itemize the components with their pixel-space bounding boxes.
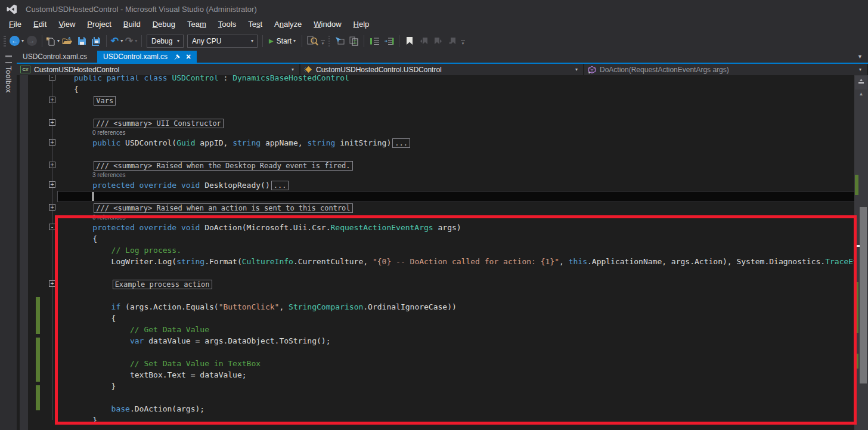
- copy-lines-button[interactable]: [347, 33, 360, 49]
- navigate-forward-button[interactable]: →: [25, 33, 38, 49]
- code-line[interactable]: [74, 106, 868, 117]
- code-line[interactable]: /// <summary> Raised when the Desktop Re…: [74, 160, 868, 171]
- chevron-down-icon[interactable]: ▾: [21, 38, 24, 44]
- menu-item-debug[interactable]: Debug: [147, 18, 181, 31]
- new-file-icon: [46, 36, 55, 46]
- open-file-button[interactable]: [61, 33, 74, 49]
- redo-button[interactable]: ↷▾: [125, 33, 138, 49]
- navigate-back-button[interactable]: ←▾: [10, 33, 24, 49]
- chevron-down-icon: ▾: [247, 38, 257, 44]
- save-all-button[interactable]: [89, 33, 103, 49]
- collapsed-region[interactable]: ...: [271, 181, 289, 190]
- menu-item-edit[interactable]: Edit: [27, 18, 52, 31]
- undo-button[interactable]: ↶▾: [110, 33, 123, 49]
- scroll-up-arrow[interactable]: ▲: [854, 91, 868, 97]
- collapsed-region[interactable]: /// <summary> Raised when an action is s…: [94, 203, 352, 213]
- collapsed-region[interactable]: Vars: [94, 96, 116, 106]
- find-in-files-button[interactable]: [306, 33, 319, 49]
- toolbar-separator: [106, 35, 107, 47]
- code-editor[interactable]: public partial class USDControl : Dynami…: [17, 75, 868, 430]
- fold-expand-icon[interactable]: +: [49, 204, 55, 211]
- collapsed-region[interactable]: /// <summary> UII Constructor: [94, 119, 224, 128]
- previous-bookmark-button[interactable]: [417, 33, 430, 49]
- tab-overflow-button[interactable]: ▼: [857, 51, 868, 63]
- collapsed-region[interactable]: ...: [392, 138, 410, 148]
- pin-tab-button[interactable]: [174, 54, 181, 60]
- fold-expand-icon[interactable]: +: [49, 181, 55, 188]
- configuration-value: Debug: [151, 37, 172, 45]
- navigation-bar: C# CustomUSDHostedControl ▾ CustomUSDHos…: [17, 64, 868, 75]
- find-in-files-icon: [307, 36, 318, 46]
- toolbar-separator: [399, 35, 399, 47]
- scrollbar-change-mark: [855, 175, 858, 195]
- chevron-down-icon[interactable]: ▾: [293, 38, 296, 44]
- visual-studio-logo-icon: [6, 4, 18, 15]
- fold-collapse-icon[interactable]: -: [49, 75, 55, 81]
- close-tab-button[interactable]: ×: [186, 51, 191, 62]
- increase-indent-button[interactable]: [382, 33, 395, 49]
- code-line[interactable]: /// <summary> UII Constructor+: [74, 117, 868, 129]
- code-line[interactable]: protected override void DesktopReady()..…: [74, 180, 868, 191]
- decrease-indent-icon: [370, 37, 380, 45]
- new-file-button[interactable]: ▾: [46, 33, 60, 49]
- project-name: CustomUSDHostedControl: [34, 66, 119, 74]
- chevron-down-icon: ▾: [859, 67, 867, 72]
- collapsed-region[interactable]: /// <summary> Raised when the Desktop Re…: [94, 161, 352, 171]
- code-line[interactable]: public USDControl(Guid appID, string app…: [74, 137, 868, 149]
- menu-item-test[interactable]: Test: [242, 18, 268, 31]
- menu-item-build[interactable]: Build: [117, 18, 147, 31]
- clear-bookmarks-button[interactable]: [446, 33, 459, 49]
- next-bookmark-button[interactable]: [432, 33, 445, 49]
- menu-item-window[interactable]: Window: [308, 18, 347, 31]
- code-line-current[interactable]: [57, 191, 868, 202]
- code-line[interactable]: [74, 149, 868, 160]
- split-editor-handle[interactable]: [855, 76, 867, 89]
- menu-item-tools[interactable]: Tools: [212, 18, 242, 31]
- toggle-bookmark-button[interactable]: [403, 33, 416, 49]
- menu-item-file[interactable]: File: [3, 18, 27, 31]
- menu-item-help[interactable]: Help: [348, 18, 376, 31]
- fold-expand-icon[interactable]: +: [49, 97, 55, 103]
- scrollbar-thumb[interactable]: [860, 207, 867, 383]
- menu-item-analyze[interactable]: Analyze: [268, 18, 308, 31]
- chevron-down-icon: ▾: [173, 38, 183, 44]
- tab-usdcontrol-xaml-cs[interactable]: USDControl.xaml.cs: [17, 51, 93, 63]
- chevron-down-icon: ▾: [135, 38, 137, 44]
- tab-usdcontrol-xaml-cs-active[interactable]: USDControl.xaml.cs ×: [97, 51, 197, 63]
- fold-expand-icon[interactable]: +: [49, 119, 55, 126]
- back-icon: ←: [10, 36, 20, 46]
- chevron-down-icon[interactable]: ▾: [120, 38, 123, 44]
- fold-expand-icon[interactable]: +: [49, 139, 55, 146]
- code-line[interactable]: Vars+: [74, 95, 868, 106]
- solution-platform-combo[interactable]: Any CPU▾: [187, 35, 258, 48]
- codelens-references[interactable]: 0 references: [92, 129, 868, 137]
- codelens-references[interactable]: 3 references: [92, 171, 868, 180]
- play-icon: ▶: [269, 38, 274, 44]
- start-debugging-button[interactable]: ▶Start▾: [269, 37, 296, 45]
- toolbox-tab[interactable]: Toolbox: [0, 51, 17, 430]
- solution-configuration-combo[interactable]: Debug▾: [147, 35, 184, 48]
- standard-toolbar: ←▾ → ▾ ↶▾ ↷▾ Debug▾ Any CPU▾ ▶Start▾ ▾: [0, 31, 868, 51]
- menu-item-view[interactable]: View: [52, 18, 81, 31]
- menu-item-team[interactable]: Team: [181, 18, 212, 31]
- bookmark-icon: [406, 36, 413, 45]
- decrease-indent-button[interactable]: [368, 33, 381, 49]
- title-bar: CustomUSDHostedControl - Microsoft Visua…: [0, 0, 868, 18]
- menu-item-project[interactable]: Project: [81, 18, 117, 31]
- toolbar-overflow-button[interactable]: ▾: [461, 41, 465, 45]
- save-button[interactable]: [75, 33, 88, 49]
- navigate-to-button[interactable]: [333, 33, 346, 49]
- toolbar-grip[interactable]: [4, 36, 6, 47]
- member-dropdown[interactable]: DoAction(RequestActionEventArgs args) ▾: [584, 64, 868, 75]
- toolbar-overflow-button[interactable]: ▾: [321, 41, 325, 45]
- project-dropdown[interactable]: C# CustomUSDHostedControl ▾: [17, 64, 300, 75]
- code-line[interactable]: /// <summary> Raised when an action is s…: [74, 202, 868, 214]
- code-line[interactable]: public partial class USDControl : Dynami…: [74, 75, 868, 83]
- type-dropdown[interactable]: CustomUSDHostedControl.USDControl ▾: [300, 64, 584, 75]
- cursor-box-icon: [334, 36, 345, 45]
- fold-expand-icon[interactable]: +: [49, 162, 55, 168]
- increase-indent-icon: [384, 37, 394, 45]
- chevron-down-icon[interactable]: ▾: [57, 38, 60, 44]
- code-line[interactable]: {: [74, 83, 868, 95]
- toolbar-separator: [42, 35, 42, 47]
